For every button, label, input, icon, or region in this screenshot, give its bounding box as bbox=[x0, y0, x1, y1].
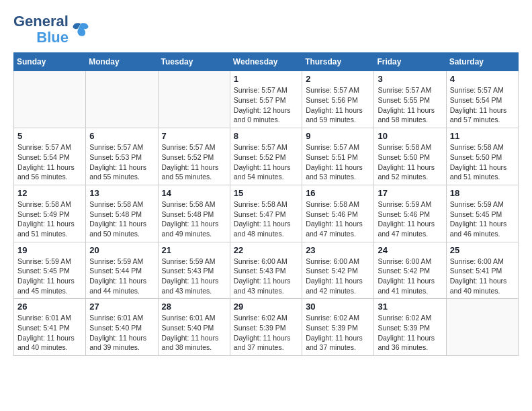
calendar-cell: 27Sunrise: 6:01 AM Sunset: 5:40 PM Dayli… bbox=[86, 299, 158, 356]
day-info: Sunrise: 5:57 AM Sunset: 5:54 PM Dayligh… bbox=[17, 142, 82, 182]
calendar-cell: 11Sunrise: 5:58 AM Sunset: 5:50 PM Dayli… bbox=[446, 128, 518, 185]
day-info: Sunrise: 5:59 AM Sunset: 5:45 PM Dayligh… bbox=[17, 257, 82, 296]
calendar-cell: 23Sunrise: 6:00 AM Sunset: 5:42 PM Dayli… bbox=[302, 242, 374, 299]
day-number: 29 bbox=[234, 302, 298, 312]
day-number: 6 bbox=[89, 131, 154, 141]
calendar-cell: 2Sunrise: 5:57 AM Sunset: 5:56 PM Daylig… bbox=[302, 71, 374, 128]
day-info: Sunrise: 6:01 AM Sunset: 5:40 PM Dayligh… bbox=[162, 313, 226, 353]
page-header: General Blue bbox=[13, 13, 519, 46]
day-info: Sunrise: 5:57 AM Sunset: 5:56 PM Dayligh… bbox=[306, 85, 370, 125]
calendar-week-4: 19Sunrise: 5:59 AM Sunset: 5:45 PM Dayli… bbox=[14, 242, 519, 299]
calendar-cell: 15Sunrise: 5:58 AM Sunset: 5:47 PM Dayli… bbox=[230, 185, 302, 242]
day-number: 19 bbox=[17, 245, 82, 255]
day-number: 5 bbox=[17, 131, 82, 141]
day-number: 24 bbox=[378, 245, 442, 255]
calendar-cell: 3Sunrise: 5:57 AM Sunset: 5:55 PM Daylig… bbox=[374, 71, 446, 128]
calendar-cell: 20Sunrise: 5:59 AM Sunset: 5:44 PM Dayli… bbox=[86, 242, 158, 299]
day-info: Sunrise: 5:57 AM Sunset: 5:55 PM Dayligh… bbox=[378, 85, 442, 125]
calendar-cell: 26Sunrise: 6:01 AM Sunset: 5:41 PM Dayli… bbox=[14, 299, 86, 356]
weekday-header-saturday: Saturday bbox=[446, 53, 518, 71]
day-info: Sunrise: 5:59 AM Sunset: 5:45 PM Dayligh… bbox=[450, 199, 515, 239]
calendar-cell bbox=[446, 299, 518, 356]
logo-general: General bbox=[13, 13, 69, 30]
weekday-header-wednesday: Wednesday bbox=[230, 53, 302, 71]
logo-bird-icon bbox=[71, 20, 90, 39]
day-number: 27 bbox=[89, 302, 154, 312]
calendar-cell: 8Sunrise: 5:57 AM Sunset: 5:52 PM Daylig… bbox=[230, 128, 302, 185]
day-number: 16 bbox=[306, 188, 370, 198]
day-number: 11 bbox=[450, 131, 515, 141]
calendar-cell bbox=[14, 71, 86, 128]
day-number: 3 bbox=[378, 74, 442, 84]
day-number: 7 bbox=[162, 131, 226, 141]
day-number: 28 bbox=[162, 302, 226, 312]
calendar-cell: 24Sunrise: 6:00 AM Sunset: 5:42 PM Dayli… bbox=[374, 242, 446, 299]
day-number: 17 bbox=[378, 188, 442, 198]
calendar-week-3: 12Sunrise: 5:58 AM Sunset: 5:49 PM Dayli… bbox=[14, 185, 519, 242]
day-number: 2 bbox=[306, 74, 370, 84]
day-number: 26 bbox=[17, 302, 82, 312]
calendar-cell: 21Sunrise: 5:59 AM Sunset: 5:43 PM Dayli… bbox=[158, 242, 230, 299]
day-info: Sunrise: 5:57 AM Sunset: 5:52 PM Dayligh… bbox=[234, 142, 298, 182]
weekday-header-friday: Friday bbox=[374, 53, 446, 71]
day-number: 12 bbox=[17, 188, 82, 198]
calendar-cell: 14Sunrise: 5:58 AM Sunset: 5:48 PM Dayli… bbox=[158, 185, 230, 242]
calendar-cell: 16Sunrise: 5:58 AM Sunset: 5:46 PM Dayli… bbox=[302, 185, 374, 242]
calendar-cell: 9Sunrise: 5:57 AM Sunset: 5:51 PM Daylig… bbox=[302, 128, 374, 185]
logo: General Blue bbox=[13, 13, 90, 46]
calendar-cell: 22Sunrise: 6:00 AM Sunset: 5:43 PM Dayli… bbox=[230, 242, 302, 299]
calendar-cell: 12Sunrise: 5:58 AM Sunset: 5:49 PM Dayli… bbox=[14, 185, 86, 242]
calendar-cell: 31Sunrise: 6:02 AM Sunset: 5:39 PM Dayli… bbox=[374, 299, 446, 356]
weekday-header-sunday: Sunday bbox=[14, 53, 86, 71]
day-info: Sunrise: 5:59 AM Sunset: 5:43 PM Dayligh… bbox=[162, 257, 226, 296]
weekday-header-thursday: Thursday bbox=[302, 53, 374, 71]
day-number: 20 bbox=[89, 245, 154, 255]
day-number: 14 bbox=[162, 188, 226, 198]
day-number: 22 bbox=[234, 245, 298, 255]
calendar-cell: 7Sunrise: 5:57 AM Sunset: 5:52 PM Daylig… bbox=[158, 128, 230, 185]
weekday-header-tuesday: Tuesday bbox=[158, 53, 230, 71]
day-number: 18 bbox=[450, 188, 515, 198]
logo-blue: Blue bbox=[36, 30, 69, 46]
day-info: Sunrise: 5:57 AM Sunset: 5:57 PM Dayligh… bbox=[234, 85, 298, 125]
calendar-cell: 29Sunrise: 6:02 AM Sunset: 5:39 PM Dayli… bbox=[230, 299, 302, 356]
day-number: 10 bbox=[378, 131, 442, 141]
day-info: Sunrise: 5:57 AM Sunset: 5:51 PM Dayligh… bbox=[306, 142, 370, 182]
day-info: Sunrise: 6:02 AM Sunset: 5:39 PM Dayligh… bbox=[234, 313, 298, 353]
calendar-week-5: 26Sunrise: 6:01 AM Sunset: 5:41 PM Dayli… bbox=[14, 299, 519, 356]
day-info: Sunrise: 5:58 AM Sunset: 5:50 PM Dayligh… bbox=[450, 142, 515, 182]
day-number: 15 bbox=[234, 188, 298, 198]
day-info: Sunrise: 5:58 AM Sunset: 5:48 PM Dayligh… bbox=[162, 199, 226, 239]
day-info: Sunrise: 6:00 AM Sunset: 5:41 PM Dayligh… bbox=[450, 257, 515, 296]
calendar-cell: 6Sunrise: 5:57 AM Sunset: 5:53 PM Daylig… bbox=[86, 128, 158, 185]
day-info: Sunrise: 6:01 AM Sunset: 5:41 PM Dayligh… bbox=[17, 313, 82, 353]
day-info: Sunrise: 5:58 AM Sunset: 5:49 PM Dayligh… bbox=[17, 199, 82, 239]
day-info: Sunrise: 5:59 AM Sunset: 5:44 PM Dayligh… bbox=[89, 257, 154, 296]
day-info: Sunrise: 5:58 AM Sunset: 5:47 PM Dayligh… bbox=[234, 199, 298, 239]
day-number: 8 bbox=[234, 131, 298, 141]
calendar-cell: 17Sunrise: 5:59 AM Sunset: 5:46 PM Dayli… bbox=[374, 185, 446, 242]
day-info: Sunrise: 6:00 AM Sunset: 5:42 PM Dayligh… bbox=[306, 257, 370, 296]
day-number: 30 bbox=[306, 302, 370, 312]
day-number: 25 bbox=[450, 245, 515, 255]
calendar-week-2: 5Sunrise: 5:57 AM Sunset: 5:54 PM Daylig… bbox=[14, 128, 519, 185]
day-info: Sunrise: 5:58 AM Sunset: 5:50 PM Dayligh… bbox=[378, 142, 442, 182]
day-info: Sunrise: 5:58 AM Sunset: 5:46 PM Dayligh… bbox=[306, 199, 370, 239]
calendar-cell: 30Sunrise: 6:02 AM Sunset: 5:39 PM Dayli… bbox=[302, 299, 374, 356]
day-number: 21 bbox=[162, 245, 226, 255]
day-info: Sunrise: 5:57 AM Sunset: 5:53 PM Dayligh… bbox=[89, 142, 154, 182]
day-info: Sunrise: 6:00 AM Sunset: 5:42 PM Dayligh… bbox=[378, 257, 442, 296]
calendar-cell: 19Sunrise: 5:59 AM Sunset: 5:45 PM Dayli… bbox=[14, 242, 86, 299]
day-info: Sunrise: 5:59 AM Sunset: 5:46 PM Dayligh… bbox=[378, 199, 442, 239]
day-number: 13 bbox=[89, 188, 154, 198]
day-info: Sunrise: 6:02 AM Sunset: 5:39 PM Dayligh… bbox=[378, 313, 442, 353]
calendar-cell: 1Sunrise: 5:57 AM Sunset: 5:57 PM Daylig… bbox=[230, 71, 302, 128]
calendar-table: SundayMondayTuesdayWednesdayThursdayFrid… bbox=[13, 52, 519, 356]
day-info: Sunrise: 5:57 AM Sunset: 5:54 PM Dayligh… bbox=[450, 85, 515, 125]
day-number: 9 bbox=[306, 131, 370, 141]
calendar-cell bbox=[158, 71, 230, 128]
calendar-cell: 5Sunrise: 5:57 AM Sunset: 5:54 PM Daylig… bbox=[14, 128, 86, 185]
day-number: 31 bbox=[378, 302, 442, 312]
day-number: 23 bbox=[306, 245, 370, 255]
day-info: Sunrise: 6:02 AM Sunset: 5:39 PM Dayligh… bbox=[306, 313, 370, 353]
